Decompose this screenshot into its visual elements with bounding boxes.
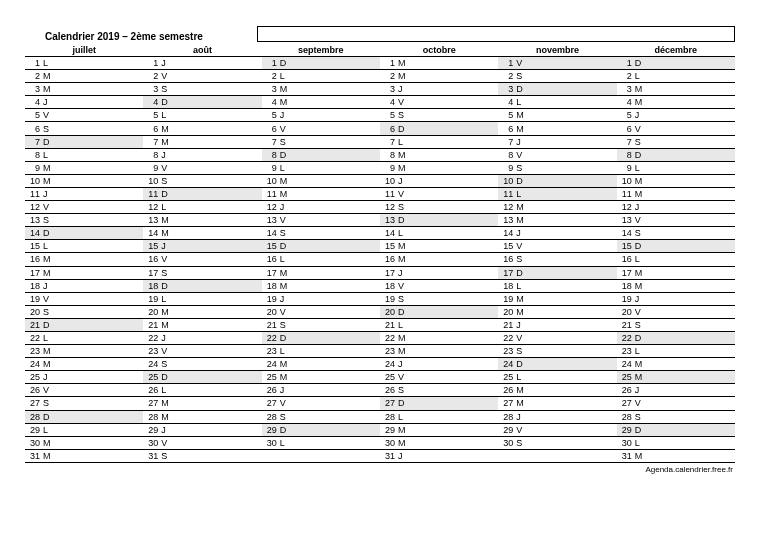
day-letter: M bbox=[161, 307, 173, 317]
day-number: 5 bbox=[382, 110, 398, 120]
day-number: 23 bbox=[382, 346, 398, 356]
day-row: 6M bbox=[498, 122, 616, 135]
day-number: 28 bbox=[264, 412, 280, 422]
day-number: 30 bbox=[264, 438, 280, 448]
day-row: 29L bbox=[25, 424, 143, 437]
day-row: 22D bbox=[617, 332, 735, 345]
day-letter: J bbox=[398, 268, 410, 278]
day-number: 12 bbox=[382, 202, 398, 212]
day-row: 30S bbox=[498, 437, 616, 450]
day-letter: J bbox=[280, 110, 292, 120]
day-letter: D bbox=[161, 281, 173, 291]
day-number: 30 bbox=[619, 438, 635, 448]
day-number: 21 bbox=[264, 320, 280, 330]
day-letter: M bbox=[161, 228, 173, 238]
day-number: 4 bbox=[382, 97, 398, 107]
day-letter: M bbox=[635, 189, 647, 199]
day-number: 19 bbox=[264, 294, 280, 304]
day-row: 21L bbox=[380, 319, 498, 332]
day-number: 7 bbox=[382, 137, 398, 147]
day-number: 13 bbox=[619, 215, 635, 225]
day-number: 24 bbox=[145, 359, 161, 369]
day-number: 17 bbox=[382, 268, 398, 278]
day-row: 10M bbox=[25, 175, 143, 188]
day-letter: D bbox=[280, 333, 292, 343]
day-row: 14S bbox=[617, 227, 735, 240]
day-number: 6 bbox=[619, 124, 635, 134]
day-number: 21 bbox=[27, 320, 43, 330]
day-number: 6 bbox=[500, 124, 516, 134]
day-row: 14S bbox=[262, 227, 380, 240]
day-letter: D bbox=[516, 359, 528, 369]
day-number: 16 bbox=[264, 254, 280, 264]
day-number: 18 bbox=[619, 281, 635, 291]
day-number: 31 bbox=[382, 451, 398, 461]
day-letter: M bbox=[398, 163, 410, 173]
day-letter: M bbox=[43, 359, 55, 369]
day-row: 7M bbox=[143, 136, 261, 149]
day-letter: D bbox=[43, 137, 55, 147]
day-letter: V bbox=[516, 150, 528, 160]
day-letter: L bbox=[161, 202, 173, 212]
day-letter: M bbox=[635, 451, 647, 461]
day-letter: L bbox=[516, 281, 528, 291]
day-row: 17M bbox=[262, 267, 380, 280]
day-number: 12 bbox=[500, 202, 516, 212]
day-number: 10 bbox=[145, 176, 161, 186]
day-row: 1D bbox=[617, 57, 735, 70]
day-letter: J bbox=[280, 385, 292, 395]
day-number: 5 bbox=[264, 110, 280, 120]
day-number: 31 bbox=[145, 451, 161, 461]
day-letter: M bbox=[43, 71, 55, 81]
day-row: 15J bbox=[143, 240, 261, 253]
day-letter: V bbox=[43, 110, 55, 120]
day-letter: J bbox=[43, 189, 55, 199]
day-letter: M bbox=[161, 398, 173, 408]
day-letter: V bbox=[161, 71, 173, 81]
day-letter: L bbox=[635, 163, 647, 173]
day-row: 23M bbox=[380, 345, 498, 358]
day-row: 6D bbox=[380, 122, 498, 135]
day-row: 7J bbox=[498, 136, 616, 149]
day-row: 25M bbox=[262, 371, 380, 384]
day-letter: M bbox=[516, 202, 528, 212]
day-row: 26J bbox=[262, 384, 380, 397]
day-row: 5M bbox=[498, 109, 616, 122]
day-row: 2L bbox=[262, 70, 380, 83]
day-number: 14 bbox=[145, 228, 161, 238]
day-letter: S bbox=[516, 346, 528, 356]
day-letter: S bbox=[280, 320, 292, 330]
day-row: 16M bbox=[380, 253, 498, 266]
day-letter: V bbox=[398, 97, 410, 107]
footer-credit: Agenda.calendrier.free.fr bbox=[25, 463, 735, 474]
day-row: 15M bbox=[380, 240, 498, 253]
day-row: 22M bbox=[380, 332, 498, 345]
day-row: 28L bbox=[380, 411, 498, 424]
day-letter: M bbox=[516, 124, 528, 134]
day-number: 7 bbox=[500, 137, 516, 147]
month-header: décembre bbox=[617, 44, 735, 56]
day-row: 12V bbox=[25, 201, 143, 214]
day-row: 23V bbox=[143, 345, 261, 358]
day-row: 27S bbox=[25, 397, 143, 410]
day-row: 19M bbox=[498, 293, 616, 306]
day-letter: D bbox=[161, 372, 173, 382]
day-letter: V bbox=[635, 307, 647, 317]
day-number: 19 bbox=[500, 294, 516, 304]
day-number: 15 bbox=[619, 241, 635, 251]
day-letter: V bbox=[161, 163, 173, 173]
day-letter: L bbox=[161, 294, 173, 304]
day-number: 27 bbox=[619, 398, 635, 408]
day-number: 10 bbox=[264, 176, 280, 186]
day-letter: M bbox=[398, 150, 410, 160]
day-row: 5J bbox=[262, 109, 380, 122]
day-letter: S bbox=[43, 215, 55, 225]
day-letter: M bbox=[43, 254, 55, 264]
day-letter: M bbox=[161, 137, 173, 147]
day-number: 4 bbox=[145, 97, 161, 107]
day-row: 30V bbox=[143, 437, 261, 450]
day-row: 12S bbox=[380, 201, 498, 214]
day-letter: D bbox=[635, 333, 647, 343]
day-row: 8D bbox=[262, 149, 380, 162]
day-letter: S bbox=[280, 412, 292, 422]
